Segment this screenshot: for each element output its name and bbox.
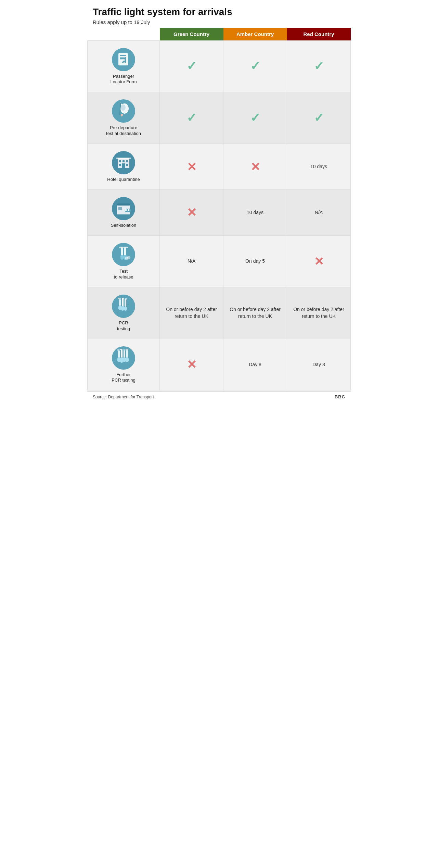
svg-rect-61	[120, 349, 123, 350]
svg-point-31	[128, 209, 130, 211]
footer-brand: BBC	[335, 394, 345, 399]
svg-rect-16	[119, 160, 121, 162]
pcr-testing-icon	[112, 294, 136, 318]
red-cell: ✕	[287, 235, 351, 287]
cell-value: 10 days	[247, 210, 263, 215]
amber-cell: ✕	[223, 144, 287, 190]
cell-value: N/A	[315, 210, 323, 215]
table-row: Hotel quarantine ✕ ✕ 10 days	[88, 144, 351, 190]
svg-rect-43	[125, 299, 126, 307]
cross-icon: ✕	[187, 206, 196, 219]
svg-rect-3	[120, 57, 125, 58]
svg-rect-56	[117, 357, 120, 362]
amber-cell: 10 days	[223, 190, 287, 236]
svg-rect-55	[126, 350, 128, 358]
hotel-quarantine-icon	[112, 151, 136, 175]
red-cell: ✓	[287, 40, 351, 92]
svg-rect-60	[117, 349, 120, 351]
green-cell: ✕	[160, 190, 223, 236]
svg-rect-6	[125, 57, 126, 63]
self-isolation-icon	[112, 197, 136, 221]
footer: Source: Department for Transport BBC	[87, 391, 351, 402]
green-cell: N/A	[160, 235, 223, 287]
measure-label: Hotel quarantine	[107, 177, 140, 183]
cell-value: On day 5	[245, 258, 265, 264]
amber-cell: On or before day 2 after return to the U…	[223, 287, 287, 339]
table-row: Testto release N/A On day 5 ✕	[88, 235, 351, 287]
check-icon: ✓	[314, 59, 324, 73]
svg-rect-26	[118, 207, 122, 210]
svg-rect-37	[119, 247, 124, 248]
measure-label: PCRtesting	[117, 320, 130, 332]
passenger-locator-form-icon	[112, 48, 136, 72]
svg-rect-35	[120, 255, 124, 260]
svg-rect-46	[124, 307, 127, 311]
amber-cell: Day 8	[223, 339, 287, 390]
measure-label: PassengerLocator Form	[110, 74, 137, 85]
traffic-light-table: Measure Green Country Amber Country Red …	[87, 28, 351, 391]
svg-rect-52	[118, 350, 120, 358]
measure-cell: Pre-departuretest at destination	[88, 92, 160, 144]
footer-source: Source: Department for Transport	[93, 395, 154, 399]
header-red: Red Country	[287, 28, 351, 41]
further-pcr-testing-icon	[112, 346, 136, 370]
cross-icon: ✕	[187, 160, 196, 173]
red-cell: On or before day 2 after return to the U…	[287, 287, 351, 339]
table-row: FurtherPCR testing ✕ Day 8 Day 8	[88, 339, 351, 390]
svg-rect-15	[116, 158, 131, 159]
measure-cell: Self-isolation	[88, 190, 160, 236]
table-row: Pre-departuretest at destination ✓ ✓ ✓	[88, 92, 351, 144]
svg-point-40	[127, 256, 130, 259]
amber-cell: ✓	[223, 92, 287, 144]
svg-rect-58	[123, 357, 126, 362]
svg-rect-59	[126, 357, 129, 362]
measure-label: Testto release	[114, 269, 133, 280]
check-icon: ✓	[314, 111, 324, 125]
svg-rect-47	[118, 306, 121, 310]
green-cell: ✓	[160, 92, 223, 144]
svg-rect-49	[122, 298, 124, 299]
svg-point-32	[112, 243, 135, 266]
table-row: Self-isolation ✕ 10 days N/A	[88, 190, 351, 236]
svg-rect-54	[124, 350, 125, 358]
svg-rect-1	[118, 53, 128, 65]
svg-rect-63	[126, 349, 128, 350]
measure-cell: PCRtesting	[88, 287, 160, 339]
pre-departure-test-icon	[112, 99, 136, 123]
cell-value: N/A	[188, 258, 195, 264]
header-green: Green Country	[160, 28, 223, 41]
svg-rect-62	[123, 349, 126, 351]
measure-label: FurtherPCR testing	[112, 372, 135, 384]
measure-cell: PassengerLocator Form	[88, 40, 160, 92]
svg-rect-44	[119, 299, 121, 306]
svg-rect-48	[118, 298, 121, 299]
cell-value: 10 days	[310, 164, 327, 169]
table-row: PassengerLocator Form ✓ ✓ ✓	[88, 40, 351, 92]
red-cell: Day 8	[287, 339, 351, 390]
svg-rect-21	[122, 163, 125, 168]
header-amber: Amber Country	[223, 28, 287, 41]
header-measure: Measure	[88, 28, 160, 41]
svg-point-30	[125, 209, 127, 211]
table-row: PCRtesting On or before day 2 after retu…	[88, 287, 351, 339]
svg-rect-45	[121, 306, 124, 311]
measure-label: Pre-departuretest at destination	[106, 125, 141, 137]
page-title: Traffic light system for arrivals	[93, 6, 345, 18]
measure-cell: Testto release	[88, 235, 160, 287]
measure-cell: Hotel quarantine	[88, 144, 160, 190]
svg-rect-19	[119, 164, 121, 166]
test-to-release-icon	[112, 243, 136, 266]
svg-rect-57	[120, 357, 123, 363]
green-cell: On or before day 2 after return to the U…	[160, 287, 223, 339]
cell-value: On or before day 2 after return to the U…	[293, 307, 344, 319]
cell-value: Day 8	[312, 362, 325, 367]
measure-cell: FurtherPCR testing	[88, 339, 160, 390]
measure-label: Self-isolation	[111, 223, 136, 228]
cross-icon: ✕	[314, 255, 324, 268]
svg-rect-2	[120, 55, 126, 56]
svg-rect-42	[122, 298, 124, 307]
red-cell: 10 days	[287, 144, 351, 190]
svg-rect-18	[126, 160, 128, 162]
svg-rect-38	[124, 247, 128, 248]
page-subtitle: Rules apply up to 19 July	[93, 19, 345, 25]
